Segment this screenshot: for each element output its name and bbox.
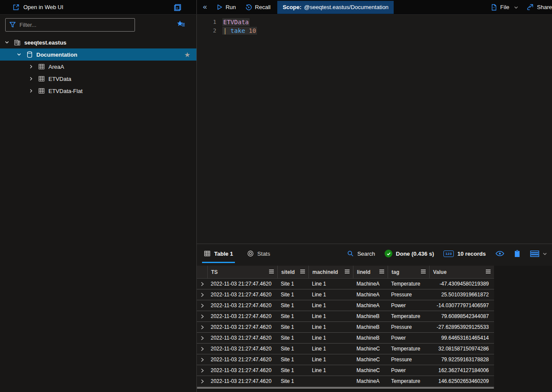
cell-machineid[interactable]: Line 1 — [308, 354, 353, 365]
table-row[interactable]: 2022-11-03 21:27:47.4620 Site 1 MachineA… — [197, 376, 494, 387]
column-header-value[interactable]: Value — [429, 266, 494, 278]
cell-ts[interactable]: 2022-11-03 21:27:47.4620 — [207, 289, 277, 300]
table-row[interactable]: 2022-11-03 21:27:47.4620 Site 1 Line 1 M… — [197, 300, 494, 311]
layout-columns-icon[interactable] — [530, 250, 539, 257]
cell-siteid[interactable]: Site 1 — [277, 289, 308, 300]
row-expand-chevron-icon[interactable] — [197, 322, 207, 332]
toggle-panel-icon[interactable] — [173, 3, 182, 12]
cell-machineid[interactable] — [308, 376, 353, 386]
cell-siteid[interactable]: Site 1 — [277, 365, 308, 376]
cell-value[interactable]: 146.62502653460209 — [429, 376, 494, 386]
cell-ts[interactable]: 2022-11-03 21:27:47.4620 — [207, 376, 277, 386]
cell-siteid[interactable]: Site 1 — [277, 279, 308, 289]
column-menu-icon[interactable] — [420, 269, 426, 275]
query-editor[interactable]: 1 ETVData 2 | take 10 — [197, 15, 552, 244]
search-button[interactable]: Search — [347, 250, 375, 257]
cell-tag[interactable]: Temperature — [388, 376, 429, 386]
cell-siteid[interactable]: Site 1 — [277, 333, 308, 343]
scope-selector[interactable]: Scope: @seeqtest.eastus/Documentation — [277, 1, 394, 14]
cell-tag[interactable]: Power — [388, 333, 429, 343]
column-menu-icon[interactable] — [379, 269, 385, 275]
filter-input[interactable] — [19, 22, 119, 28]
tab-stats[interactable]: Stats — [245, 244, 272, 263]
cell-machineid[interactable]: Line 1 — [308, 344, 353, 354]
cell-machineid[interactable]: Line 1 — [308, 300, 353, 311]
cell-lineid[interactable]: MachineB — [353, 333, 388, 343]
recall-button[interactable]: Recall — [245, 4, 270, 11]
table-row[interactable]: 2022-11-03 21:27:47.4620 Site 1 Line 1 M… — [197, 311, 494, 322]
cell-siteid[interactable]: Site 1 — [277, 300, 308, 311]
chevron-down-icon[interactable] — [16, 52, 22, 57]
row-expand-chevron-icon[interactable] — [197, 300, 207, 311]
cell-tag[interactable]: Pressure — [388, 354, 429, 365]
tab-table-1[interactable]: Table 1 — [202, 244, 235, 263]
cell-lineid[interactable]: MachineA — [353, 376, 388, 386]
cell-machineid[interactable]: Line 1 — [308, 365, 353, 376]
code-line-1[interactable]: 1 ETVData — [197, 18, 552, 26]
cell-value[interactable]: 32.081587150974286 — [429, 344, 494, 354]
favorites-filter-icon[interactable] — [177, 20, 186, 29]
cell-tag[interactable]: Temperature — [388, 311, 429, 321]
run-button[interactable]: Run — [216, 4, 236, 10]
cell-tag[interactable]: Temperature — [388, 344, 429, 354]
tree-item-cluster[interactable]: seeqtest.eastus — [0, 36, 196, 48]
cell-siteid[interactable]: Site 1 — [277, 376, 308, 386]
cell-lineid[interactable]: MachineC — [353, 354, 388, 365]
chevron-right-icon[interactable] — [28, 76, 35, 81]
copy-clipboard-icon[interactable] — [514, 250, 520, 257]
cell-lineid[interactable]: MachineC — [353, 365, 388, 376]
table-row[interactable]: 2022-11-03 21:27:47.4620 Site 1 Line 1 M… — [197, 333, 494, 344]
column-header-machineid[interactable]: machineId — [308, 266, 353, 278]
view-options-chevron-icon[interactable] — [542, 251, 548, 257]
open-in-webui-button[interactable]: Open in Web UI — [13, 4, 63, 11]
cell-tag[interactable]: Temperature — [388, 279, 429, 289]
cell-machineid[interactable]: Line 1 — [308, 311, 353, 321]
preview-eye-icon[interactable] — [495, 250, 504, 257]
column-header-siteid[interactable]: siteId — [277, 266, 308, 278]
row-expand-chevron-icon[interactable] — [197, 333, 207, 343]
tree-item-table-areaa[interactable]: AreaA — [0, 61, 196, 73]
cell-lineid[interactable]: MachineA — [353, 279, 388, 289]
column-menu-icon[interactable] — [300, 269, 305, 275]
row-expand-chevron-icon[interactable] — [197, 376, 207, 386]
table-row[interactable]: 2022-11-03 21:27:47.4620 Site 1 Line 1 M… — [197, 289, 494, 300]
filter-box[interactable] — [5, 18, 135, 32]
cell-ts[interactable]: 2022-11-03 21:27:47.4620 — [207, 322, 277, 332]
cell-ts[interactable]: 2022-11-03 21:27:47.4620 — [207, 311, 277, 321]
cell-lineid[interactable]: MachineA — [353, 300, 388, 311]
column-header-ts[interactable]: TS — [207, 266, 277, 278]
cell-machineid[interactable]: Line 1 — [308, 279, 353, 289]
cell-machineid[interactable]: Line 1 — [308, 289, 353, 300]
column-menu-icon[interactable] — [269, 269, 274, 275]
cell-tag[interactable]: Power — [388, 300, 429, 311]
table-row[interactable]: 2022-11-03 21:27:47.4620 Site 1 Line 1 M… — [197, 354, 494, 365]
cell-value[interactable]: -47.43094580219389 — [429, 279, 494, 289]
table-row[interactable]: 2022-11-03 21:27:47.4620 Site 1 Line 1 M… — [197, 279, 494, 289]
code-line-2[interactable]: 2 | take 10 — [197, 26, 552, 35]
cell-value[interactable]: -27.628953929125533 — [429, 322, 494, 332]
favorite-star-icon[interactable]: ★ — [184, 51, 190, 59]
tree-item-table-etvdata[interactable]: ETVData — [0, 73, 196, 85]
row-expand-chevron-icon[interactable] — [197, 344, 207, 354]
cell-value[interactable]: 79.92259163178828 — [429, 354, 494, 365]
row-expand-chevron-icon[interactable] — [197, 289, 207, 300]
cell-tag[interactable]: Pressure — [388, 289, 429, 300]
collapse-sidebar-button[interactable]: « — [203, 3, 207, 11]
row-expand-chevron-icon[interactable] — [197, 354, 207, 365]
file-menu-button[interactable]: File — [491, 4, 519, 11]
cell-siteid[interactable]: Site 1 — [277, 311, 308, 321]
horizontal-scrollbar[interactable] — [197, 387, 494, 389]
cell-value[interactable]: 79.60898542344087 — [429, 311, 494, 321]
cell-ts[interactable]: 2022-11-03 21:27:47.4620 — [207, 300, 277, 311]
cell-ts[interactable]: 2022-11-03 21:27:47.4620 — [207, 354, 277, 365]
chevron-down-icon[interactable] — [3, 40, 10, 45]
cell-lineid[interactable]: MachineC — [353, 344, 388, 354]
share-button[interactable]: Share — [526, 3, 552, 11]
cell-ts[interactable]: 2022-11-03 21:27:47.4620 — [207, 333, 277, 343]
cell-machineid[interactable]: Line 1 — [308, 333, 353, 343]
cell-machineid[interactable]: Line 1 — [308, 322, 353, 332]
cell-lineid[interactable]: MachineB — [353, 322, 388, 332]
table-row[interactable]: 2022-11-03 21:27:47.4620 Site 1 Line 1 M… — [197, 322, 494, 333]
cell-lineid[interactable]: MachineA — [353, 289, 388, 300]
tree-item-database-selected[interactable]: Documentation ★ — [0, 48, 196, 61]
